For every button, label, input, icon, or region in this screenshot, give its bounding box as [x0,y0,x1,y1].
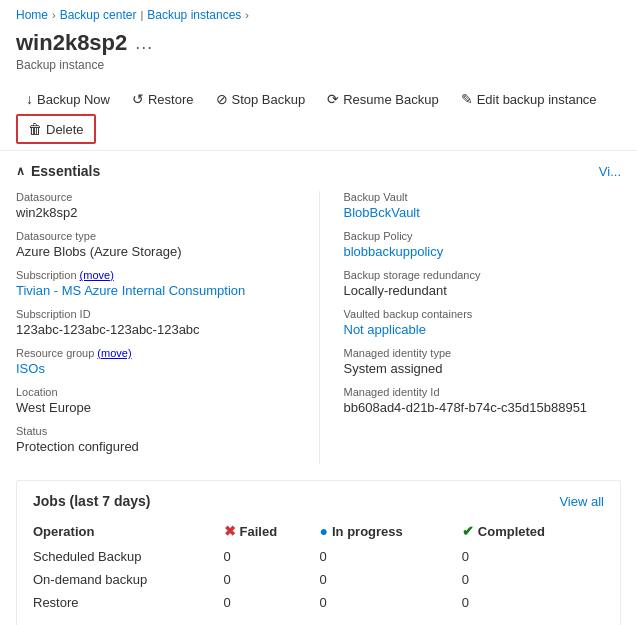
resource-group-field: Resource group (move) ISOs [16,347,295,376]
col-completed: ✔ Completed [462,519,604,545]
essentials-grid: Datasource win2k8sp2 Datasource type Azu… [16,191,621,464]
completed-icon: ✔ [462,523,474,539]
row-completed: 0 [462,545,604,568]
vaulted-containers-link[interactable]: Not applicable [344,322,426,337]
subscription-link[interactable]: Tivian - MS Azure Internal Consumption [16,283,245,298]
jobs-card: Jobs (last 7 days) View all Operation ✖ … [16,480,621,625]
backup-storage-field: Backup storage redundancy Locally-redund… [344,269,622,298]
delete-button[interactable]: 🗑 Delete [16,114,96,144]
subscription-move-link[interactable]: (move) [80,269,114,281]
resource-group-link[interactable]: ISOs [16,361,45,376]
datasource-label: Datasource [16,191,295,203]
resume-backup-button[interactable]: ⟳ Resume Backup [317,86,448,112]
table-row: Restore 0 0 0 [33,591,604,614]
breadcrumb-sep-1: › [52,9,56,21]
backup-policy-label: Backup Policy [344,230,622,242]
resume-backup-icon: ⟳ [327,91,339,107]
row-operation: On-demand backup [33,568,224,591]
page-subtitle: Backup instance [16,58,621,72]
row-failed: 0 [224,591,320,614]
essentials-toggle[interactable]: ∧ [16,164,25,178]
datasource-field: Datasource win2k8sp2 [16,191,295,220]
datasource-type-field: Datasource type Azure Blobs (Azure Stora… [16,230,295,259]
breadcrumb-backup-center[interactable]: Backup center [60,8,137,22]
row-in-progress: 0 [320,545,462,568]
delete-icon: 🗑 [28,121,42,137]
edit-backup-button[interactable]: ✎ Edit backup instance [451,86,607,112]
breadcrumb-sep-3: › [245,9,249,21]
jobs-view-all[interactable]: View all [559,494,604,509]
resource-group-move-link[interactable]: (move) [97,347,131,359]
managed-identity-id-value: bb608ad4-d21b-478f-b74c-c35d15b88951 [344,400,622,415]
col-failed: ✖ Failed [224,519,320,545]
location-field: Location West Europe [16,386,295,415]
row-failed: 0 [224,545,320,568]
datasource-value: win2k8sp2 [16,205,295,220]
col-operation: Operation [33,519,224,545]
subscription-label: Subscription (move) [16,269,295,281]
row-in-progress: 0 [320,568,462,591]
restore-button[interactable]: ↺ Restore [122,86,204,112]
col-in-progress: ● In progress [320,519,462,545]
row-in-progress: 0 [320,591,462,614]
resource-group-label: Resource group (move) [16,347,295,359]
essentials-right: Backup Vault BlobBckVault Backup Policy … [319,191,622,464]
essentials-title: ∧ Essentials [16,163,100,179]
managed-identity-id-field: Managed identity Id bb608ad4-d21b-478f-b… [344,386,622,415]
essentials-view-all[interactable]: Vi... [599,164,621,179]
stop-backup-button[interactable]: ⊘ Stop Backup [206,86,316,112]
datasource-type-label: Datasource type [16,230,295,242]
jobs-table-header: Operation ✖ Failed ● In progress [33,519,604,545]
essentials-left: Datasource win2k8sp2 Datasource type Azu… [16,191,319,464]
row-completed: 0 [462,591,604,614]
backup-vault-value: BlobBckVault [344,205,622,220]
jobs-title: Jobs (last 7 days) [33,493,151,509]
in-progress-icon: ● [320,523,328,539]
vaulted-containers-field: Vaulted backup containers Not applicable [344,308,622,337]
breadcrumb: Home › Backup center | Backup instances … [0,0,637,26]
backup-vault-link[interactable]: BlobBckVault [344,205,420,220]
row-operation: Restore [33,591,224,614]
location-value: West Europe [16,400,295,415]
managed-identity-type-value: System assigned [344,361,622,376]
subscription-id-field: Subscription ID 123abc-123abc-123abc-123… [16,308,295,337]
backup-vault-label: Backup Vault [344,191,622,203]
subscription-id-value: 123abc-123abc-123abc-123abc [16,322,295,337]
vaulted-containers-value: Not applicable [344,322,622,337]
edit-backup-icon: ✎ [461,91,473,107]
subscription-id-label: Subscription ID [16,308,295,320]
managed-identity-type-label: Managed identity type [344,347,622,359]
table-row: On-demand backup 0 0 0 [33,568,604,591]
row-completed: 0 [462,568,604,591]
managed-identity-type-field: Managed identity type System assigned [344,347,622,376]
page-header: win2k8sp2 ... Backup instance [0,26,637,80]
backup-policy-value: blobbackuppolicy [344,244,622,259]
more-options-button[interactable]: ... [135,33,153,54]
breadcrumb-home[interactable]: Home [16,8,48,22]
location-label: Location [16,386,295,398]
backup-vault-field: Backup Vault BlobBckVault [344,191,622,220]
status-field: Status Protection configured [16,425,295,454]
breadcrumb-backup-instances[interactable]: Backup instances [147,8,241,22]
vaulted-containers-label: Vaulted backup containers [344,308,622,320]
subscription-field: Subscription (move) Tivian - MS Azure In… [16,269,295,298]
datasource-type-value: Azure Blobs (Azure Storage) [16,244,295,259]
jobs-table-body: Scheduled Backup 0 0 0 On-demand backup … [33,545,604,614]
status-label: Status [16,425,295,437]
status-value: Protection configured [16,439,295,454]
page-title: win2k8sp2 [16,30,127,56]
backup-policy-field: Backup Policy blobbackuppolicy [344,230,622,259]
subscription-value: Tivian - MS Azure Internal Consumption [16,283,295,298]
failed-icon: ✖ [224,523,236,539]
managed-identity-id-label: Managed identity Id [344,386,622,398]
breadcrumb-sep-2: | [140,9,143,21]
backup-storage-value: Locally-redundant [344,283,622,298]
backup-storage-label: Backup storage redundancy [344,269,622,281]
backup-policy-link[interactable]: blobbackuppolicy [344,244,444,259]
jobs-header: Jobs (last 7 days) View all [33,493,604,509]
restore-icon: ↺ [132,91,144,107]
toolbar: ↓ Backup Now ↺ Restore ⊘ Stop Backup ⟳ R… [0,80,637,151]
table-row: Scheduled Backup 0 0 0 [33,545,604,568]
backup-now-button[interactable]: ↓ Backup Now [16,86,120,112]
row-failed: 0 [224,568,320,591]
